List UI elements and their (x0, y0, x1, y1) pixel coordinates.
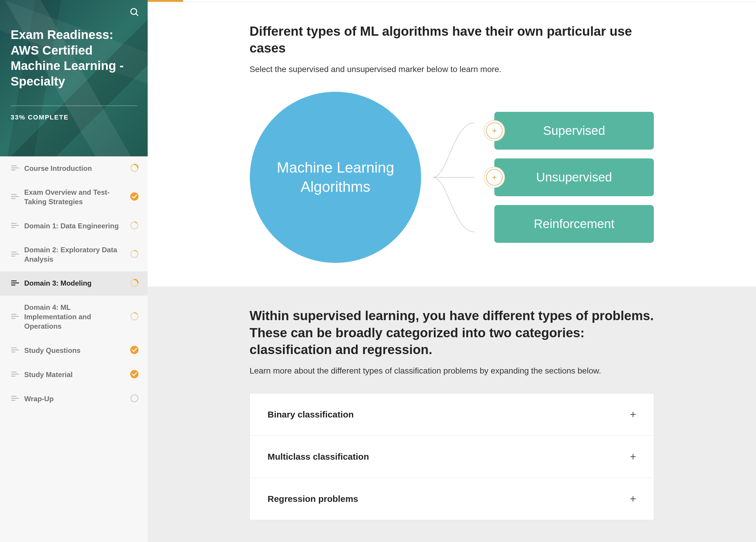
marker-unsupervised[interactable]: + (486, 169, 503, 186)
sidebar-item-2[interactable]: Domain 1: Data Engineering (0, 214, 148, 238)
list-icon (11, 251, 19, 258)
ml-diagram: Machine Learning Algorithms + Supervised (250, 92, 654, 263)
nav-label: Study Questions (24, 346, 125, 355)
category-supervised: Supervised (494, 112, 654, 150)
svg-line-1 (136, 14, 138, 16)
list-icon (11, 223, 19, 230)
category-reinforcement: Reinforcement (494, 205, 654, 243)
section-subtitle: Select the supervised and unsupervised m… (250, 65, 654, 74)
category-row-supervised: + Supervised (486, 112, 654, 150)
status-icon (130, 278, 139, 288)
status-icon (130, 312, 139, 322)
diagram-categories: + Supervised + Unsupervised Reinforcemen… (486, 112, 654, 243)
list-icon (11, 313, 19, 320)
svg-point-9 (130, 192, 139, 201)
nav-label: Study Material (24, 370, 125, 379)
nav-label: Course Introduction (24, 164, 125, 173)
sidebar-item-6[interactable]: Study Questions (0, 338, 148, 363)
svg-point-29 (130, 346, 139, 354)
status-icon (130, 192, 139, 202)
list-icon (11, 395, 19, 402)
nav-label: Wrap-Up (24, 394, 125, 404)
nav-label: Domain 4: ML Implementation and Operatio… (24, 303, 125, 331)
category-unsupervised: Unsupervised (494, 159, 654, 196)
list-icon (11, 371, 19, 378)
category-row-reinforcement: Reinforcement (486, 205, 654, 243)
nav-label: Domain 3: Modeling (24, 278, 125, 288)
section-title: Different types of ML algorithms have th… (250, 23, 654, 56)
category-row-unsupervised: + Unsupervised (486, 159, 654, 196)
nav-list: Course IntroductionExam Overview and Tes… (0, 156, 148, 411)
status-icon (130, 345, 139, 355)
list-icon (11, 280, 19, 287)
diagram-connectors (433, 95, 474, 260)
list-icon (11, 347, 19, 354)
circle-label: Machine Learning Algorithms (250, 158, 421, 197)
sidebar-item-4[interactable]: Domain 3: Modeling (0, 271, 148, 295)
list-icon (11, 194, 19, 201)
svg-point-37 (131, 395, 138, 402)
accordion-item-0[interactable]: Binary classification+ (250, 394, 654, 436)
sidebar-item-3[interactable]: Domain 2: Exploratory Data Analysis (0, 238, 148, 271)
sidebar-item-1[interactable]: Exam Overview and Test-Taking Strategies (0, 181, 148, 214)
accordion-label: Multiclass classification (268, 452, 369, 462)
sidebar-item-8[interactable]: Wrap-Up (0, 387, 148, 411)
section-supervised: Within supervised learning, you have dif… (148, 286, 756, 542)
plus-icon: + (630, 493, 636, 505)
list-icon (11, 165, 19, 172)
section-algorithms: Different types of ML algorithms have th… (148, 2, 756, 286)
nav-label: Domain 1: Data Engineering (24, 221, 125, 231)
progress-label: 33% COMPLETE (11, 114, 137, 121)
nav-label: Exam Overview and Test-Taking Strategies (24, 188, 125, 207)
svg-point-0 (131, 9, 137, 14)
accordion-label: Regression problems (268, 494, 358, 504)
svg-point-33 (130, 370, 139, 378)
diagram-circle: Machine Learning Algorithms (250, 92, 421, 263)
plus-icon: + (630, 408, 636, 421)
accordion-label: Binary classification (268, 409, 354, 419)
status-icon (130, 394, 139, 404)
sidebar-header: Exam Readiness: AWS Certified Machine Le… (0, 0, 148, 156)
sidebar-item-5[interactable]: Domain 4: ML Implementation and Operatio… (0, 295, 148, 338)
marker-supervised[interactable]: + (486, 123, 503, 139)
accordion-item-1[interactable]: Multiclass classification+ (250, 436, 654, 478)
accordion: Binary classification+Multiclass classif… (250, 393, 654, 520)
plus-icon: + (630, 450, 636, 463)
accordion-item-2[interactable]: Regression problems+ (250, 478, 654, 520)
section-subtitle-2: Learn more about the different types of … (250, 366, 654, 375)
course-title: Exam Readiness: AWS Certified Machine Le… (11, 27, 137, 89)
status-icon (130, 370, 139, 380)
divider (11, 106, 137, 106)
main-content: Different types of ML algorithms have th… (148, 0, 756, 542)
status-icon (130, 221, 139, 231)
section-title-2: Within supervised learning, you have dif… (250, 307, 654, 358)
sidebar-item-0[interactable]: Course Introduction (0, 156, 148, 181)
search-icon[interactable] (129, 7, 139, 18)
sidebar: Exam Readiness: AWS Certified Machine Le… (0, 0, 148, 542)
sidebar-item-7[interactable]: Study Material (0, 363, 148, 387)
nav-label: Domain 2: Exploratory Data Analysis (24, 245, 125, 265)
status-icon (130, 250, 139, 260)
status-icon (130, 164, 139, 174)
